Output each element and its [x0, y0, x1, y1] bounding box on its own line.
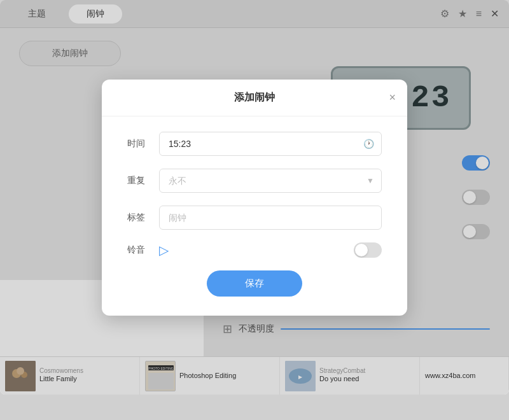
app-window: 主题 闹钟 ⚙ ★ ≡ ✕ 添加闹钟 15:23 ⊞ 不透明度 — [0, 0, 509, 395]
dialog-header: 添加闹钟 × — [102, 80, 407, 116]
repeat-control: 永不 ▼ — [159, 169, 382, 193]
label-input[interactable] — [159, 206, 382, 230]
label-control — [159, 206, 382, 230]
label-label: 标签 — [127, 212, 159, 223]
ringtone-content: ▷ — [159, 242, 382, 258]
ringtone-toggle[interactable] — [354, 242, 382, 258]
dialog-close-button[interactable]: × — [389, 92, 396, 103]
time-input[interactable] — [159, 132, 382, 156]
save-button[interactable]: 保存 — [207, 270, 302, 297]
dialog-body: 时间 🕐 重复 永不 ▼ — [102, 116, 407, 316]
time-label: 时间 — [127, 138, 159, 150]
repeat-select[interactable]: 永不 — [159, 169, 382, 193]
ringtone-row: 铃音 ▷ — [127, 242, 382, 258]
modal-overlay: 添加闹钟 × 时间 🕐 重复 永不 — [0, 0, 509, 395]
time-row: 时间 🕐 — [127, 132, 382, 156]
dialog-title: 添加闹钟 — [234, 91, 275, 104]
repeat-row: 重复 永不 ▼ — [127, 169, 382, 193]
play-icon[interactable]: ▷ — [159, 242, 169, 258]
ringtone-label: 铃音 — [127, 244, 159, 256]
dialog: 添加闹钟 × 时间 🕐 重复 永不 — [102, 80, 407, 316]
repeat-label: 重复 — [127, 175, 159, 186]
clock-icon: 🕐 — [363, 139, 374, 149]
time-control: 🕐 — [159, 132, 382, 156]
label-row: 标签 — [127, 206, 382, 230]
